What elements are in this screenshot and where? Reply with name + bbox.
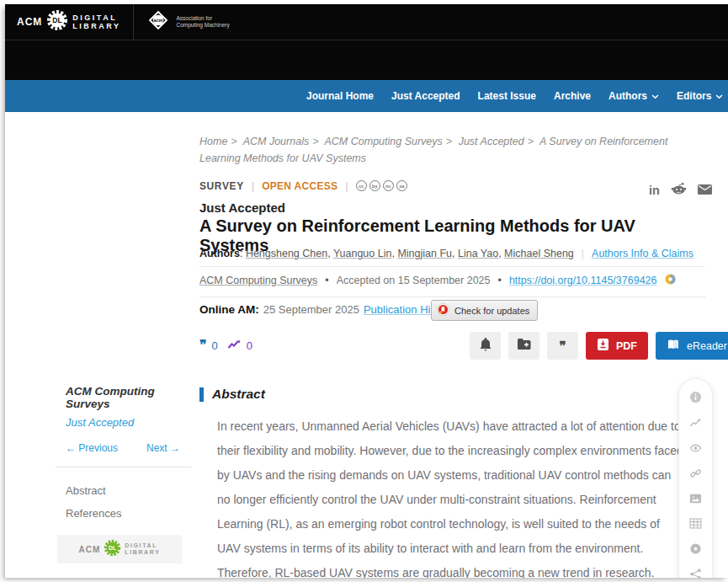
share-icons: in — [649, 182, 712, 199]
acm-dl-logo-wordmark: DIGITAL LIBRARY — [72, 13, 120, 31]
breadcrumb-separator: > — [312, 136, 318, 147]
abstract-header: Abstract — [199, 387, 265, 402]
crossmark-icon — [437, 303, 449, 318]
article-type-label: SURVEY — [199, 180, 244, 192]
nav-archive[interactable]: Archive — [554, 90, 591, 102]
article-meta-row: SURVEY | OPEN ACCESS | cc by nc sa — [199, 179, 407, 192]
author-link[interactable]: Lina Yao — [458, 248, 498, 259]
breadcrumb-separator: > — [528, 136, 534, 147]
abstract-text: In recent years, Unmanned Aerial Vehicle… — [217, 414, 685, 578]
metrics-trend-icon — [227, 338, 242, 353]
svg-text:DL: DL — [53, 16, 62, 24]
authors-info-claims-link[interactable]: Authors Info & Claims — [592, 248, 693, 259]
breadcrumb: Home> ACM Journals> ACM Computing Survey… — [199, 133, 709, 167]
online-am-date: 25 September 2025 — [263, 303, 359, 316]
metrics-row: ❞ 0 0 — [199, 338, 252, 353]
nav-editors[interactable]: Editors — [677, 90, 723, 102]
chevron-down-icon — [651, 90, 659, 102]
metrics-icon[interactable] — [689, 416, 702, 429]
email-icon[interactable] — [698, 183, 712, 198]
journal-nav-items: Journal Home Just Accepted Latest Issue … — [306, 80, 728, 112]
pdf-button[interactable]: PDF — [586, 332, 648, 360]
link-icon[interactable] — [689, 467, 702, 479]
top-header: ACM DL DIGITAL LIBRARY — [5, 4, 728, 80]
info-icon[interactable] — [689, 391, 702, 403]
pdf-file-icon — [597, 338, 609, 354]
sidebar-just-accepted-link[interactable]: Just Accepted — [56, 416, 192, 429]
sidebar-divider — [56, 467, 192, 467]
breadcrumb-journal[interactable]: ACM Computing Surveys — [325, 136, 443, 147]
arrow-right-icon: → — [170, 442, 180, 454]
author-link[interactable]: Michael Sheng — [504, 248, 574, 259]
breadcrumb-just-accepted[interactable]: Just Accepted — [459, 136, 524, 147]
next-button[interactable]: Next → — [146, 442, 180, 454]
authors-label: Authors — [199, 248, 240, 259]
header-logo-divider — [133, 4, 134, 40]
media-icon[interactable] — [689, 542, 702, 555]
check-for-updates-label: Check for updates — [454, 306, 529, 316]
share-icon[interactable] — [689, 568, 702, 578]
action-buttons: ❞ PDF eReader — [470, 332, 728, 360]
header-logo-row: ACM DL DIGITAL LIBRARY — [5, 4, 728, 40]
journal-meta-row: ACM Computing Surveys • Accepted on 15 S… — [199, 274, 677, 287]
acm-association-logo[interactable]: acm Association for Computing Machinery — [146, 8, 230, 36]
reddit-icon[interactable] — [671, 182, 687, 199]
nav-latest-issue[interactable]: Latest Issue — [478, 90, 536, 102]
sidebar-toc: Abstract References — [56, 479, 192, 525]
copy-doi-icon[interactable] — [665, 274, 677, 287]
folder-plus-icon — [517, 338, 532, 354]
breadcrumb-acm-journals[interactable]: ACM Journals — [243, 136, 310, 147]
acm-diamond-icon: acm — [146, 8, 171, 36]
accepted-date: Accepted on 15 September 2025 — [337, 275, 491, 286]
author-link[interactable]: Yuanguo Lin — [333, 248, 392, 259]
linkedin-icon[interactable]: in — [649, 184, 660, 197]
authors-row: Authors: Hengsheng Chen, Yuanguo Lin, Mi… — [199, 248, 693, 259]
cc-by-icon: by — [369, 180, 380, 191]
citation-count: 0 — [212, 339, 218, 352]
divider — [199, 296, 705, 297]
page: ACM DL DIGITAL LIBRARY — [5, 4, 728, 578]
nav-just-accepted[interactable]: Just Accepted — [391, 90, 460, 102]
cc-license-icons: cc by nc sa — [356, 180, 407, 191]
author-link[interactable]: Hengsheng Chen — [246, 248, 327, 259]
add-to-binder-button[interactable] — [508, 332, 539, 360]
eye-icon[interactable] — [689, 441, 702, 454]
tables-icon[interactable] — [689, 517, 702, 530]
journal-link[interactable]: ACM Computing Surveys — [199, 275, 317, 286]
figures-icon[interactable] — [689, 492, 702, 505]
previous-button[interactable]: ← Previous — [66, 442, 118, 454]
sidebar-journal-title: ACM Computing Surveys — [56, 385, 192, 410]
bell-icon — [479, 337, 492, 355]
section-label: Just Accepted — [199, 200, 285, 215]
toc-references[interactable]: References — [66, 502, 192, 525]
author-link[interactable]: Mingjian Fu — [397, 248, 452, 259]
check-for-updates-button[interactable]: Check for updates — [431, 300, 538, 321]
breadcrumb-separator: > — [231, 136, 236, 147]
alerts-button[interactable] — [470, 332, 501, 360]
cite-quote-icon: ❞ — [559, 339, 566, 354]
metrics-count: 0 — [247, 339, 252, 352]
acm-dl-logo[interactable]: ACM DL DIGITAL LIBRARY — [5, 9, 121, 35]
floating-toolbar — [678, 378, 713, 578]
nav-journal-home[interactable]: Journal Home — [306, 90, 374, 102]
arrow-left-icon: ← — [66, 442, 76, 454]
ereader-book-icon — [667, 338, 680, 354]
ereader-button[interactable]: eReader — [656, 332, 728, 360]
open-access-badge: OPEN ACCESS — [262, 180, 337, 192]
breadcrumb-home[interactable]: Home — [199, 136, 227, 147]
doi-link[interactable]: https://doi.org/10.1145/3769426 — [509, 275, 657, 286]
svg-text:DL: DL — [109, 545, 116, 551]
acm-dl-gear-icon: DL — [46, 9, 68, 35]
breadcrumb-separator: > — [446, 136, 452, 147]
online-am-label: Online AM: — [199, 303, 259, 316]
cc-sa-icon: sa — [396, 180, 407, 191]
acm-dl-gear-icon-green: DL — [104, 539, 121, 560]
acm-association-wordmark: Association for Computing Machinery — [177, 15, 230, 29]
sidebar-acm-dl-logo: ACM DL DIGITAL LIBRARY — [57, 535, 182, 563]
cite-button[interactable]: ❞ — [547, 332, 578, 360]
nav-authors[interactable]: Authors — [608, 90, 659, 102]
toc-abstract[interactable]: Abstract — [66, 479, 192, 502]
journal-nav-bar: Journal Home Just Accepted Latest Issue … — [5, 80, 728, 112]
ereader-button-label: eReader — [687, 340, 727, 352]
section-accent-bar — [199, 387, 204, 402]
